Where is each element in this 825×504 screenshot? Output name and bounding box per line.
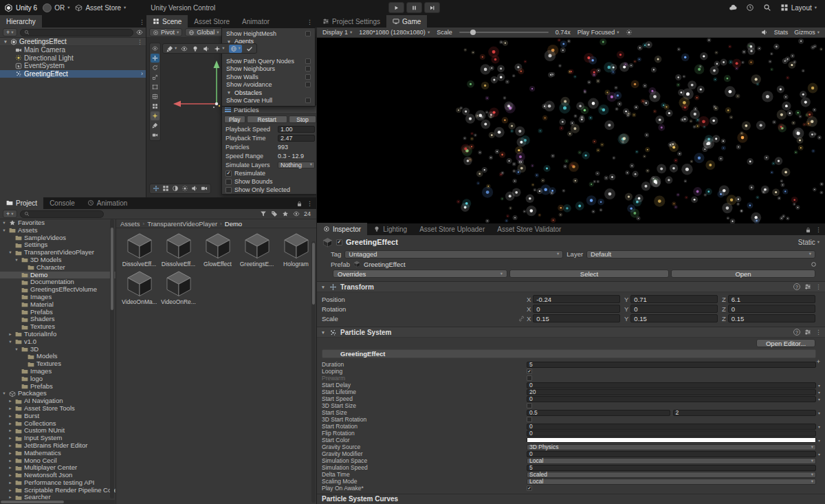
tree-item[interactable]: ►Asset Store Tools xyxy=(0,405,116,413)
property-dropdown[interactable]: 3D Physics▾ xyxy=(527,444,816,450)
foldout-arrow-icon[interactable]: ► xyxy=(8,442,13,450)
global-dropdown[interactable]: Global ▾ xyxy=(185,28,222,36)
menu-item[interactable]: Show Path Query Nodes xyxy=(222,57,315,65)
tab-animator[interactable]: Animator xyxy=(236,15,276,28)
particle-system-curves-header[interactable]: Particle System Curves xyxy=(317,494,825,503)
asset-item[interactable]: VideoOnMa... xyxy=(122,269,157,305)
axis-value-field[interactable]: 0.15 xyxy=(728,314,815,322)
property-value-field[interactable]: 0 xyxy=(527,396,816,402)
uniform-scale-link-icon[interactable] xyxy=(518,316,527,322)
mode-caret-icon[interactable]: ▾ xyxy=(816,452,822,457)
foldout-arrow-icon[interactable]: ► xyxy=(8,457,13,465)
menu-item-checkbox[interactable] xyxy=(305,31,311,36)
version-control-label[interactable]: Unity Version Control xyxy=(151,4,215,12)
overlay-toggle[interactable]: Show Bounds xyxy=(222,177,316,186)
presets-icon[interactable] xyxy=(804,283,811,290)
foldout-arrow-icon[interactable]: ▼ xyxy=(1,219,7,227)
hierarchy-item[interactable]: GreetingEffect› xyxy=(0,70,146,78)
tab-asset-store-uploader[interactable]: Asset Store Uploader xyxy=(413,223,491,235)
property-checkbox[interactable] xyxy=(527,417,532,422)
add-object-button[interactable]: +▾ xyxy=(3,28,17,36)
tab-animation[interactable]: Animation xyxy=(81,197,133,209)
apply-button[interactable] xyxy=(246,45,253,52)
history-icon[interactable] xyxy=(746,3,754,12)
tree-item[interactable]: Material xyxy=(0,301,116,309)
property-checkbox[interactable]: ✓ xyxy=(527,485,532,491)
tree-item[interactable]: Textures xyxy=(0,360,116,368)
cloud-icon[interactable] xyxy=(729,3,737,12)
select-button[interactable]: Select xyxy=(509,270,669,278)
foldout-arrow-icon[interactable]: ▼ xyxy=(8,249,13,256)
tree-item[interactable]: GreetingsEffectVolume xyxy=(0,286,116,294)
mode-caret-icon[interactable]: ▾ xyxy=(816,397,822,402)
asset-item[interactable]: GreetingsE... xyxy=(239,231,274,267)
menu-item[interactable]: ▼Obstacles xyxy=(222,89,315,97)
transform-tool-button[interactable] xyxy=(151,92,160,101)
account-menu[interactable]: OR ▾ xyxy=(43,3,69,12)
hidden-packages-eye-icon[interactable] xyxy=(293,210,300,217)
drag-handle-icon[interactable] xyxy=(225,107,231,112)
open-editor-button[interactable]: Open Editor... xyxy=(756,339,815,347)
presets-icon[interactable] xyxy=(804,329,811,336)
property-value-field[interactable]: 2 xyxy=(673,410,817,416)
breadcrumb-item[interactable]: Assets xyxy=(120,220,140,228)
view-tool-button[interactable] xyxy=(151,44,160,53)
breadcrumb-item[interactable]: Demo xyxy=(225,220,242,228)
draw-mode-button[interactable]: ▾ xyxy=(166,45,177,52)
tab-project[interactable]: Project xyxy=(0,197,43,209)
axis-value-field[interactable]: 0 xyxy=(533,305,620,313)
pan-tool-button[interactable] xyxy=(153,185,160,193)
foldout-arrow-icon[interactable]: ► xyxy=(8,464,13,472)
particles-restart-button[interactable]: Restart xyxy=(247,116,287,123)
hierarchy-search-input[interactable] xyxy=(20,29,133,36)
transform-component-header[interactable]: ▼ Transform ? ⋮ xyxy=(317,281,825,292)
particles-stop-button[interactable]: Stop xyxy=(289,116,316,123)
particle-edit-tool-button[interactable] xyxy=(151,111,160,120)
tag-dropdown[interactable]: Untagged▾ xyxy=(344,250,563,259)
tab-lighting[interactable]: Lighting xyxy=(367,223,413,235)
component-menu-icon[interactable]: ⋮ xyxy=(815,329,822,336)
project-panel-menu-icon[interactable]: ⋮ xyxy=(307,200,313,207)
mute-audio-icon[interactable] xyxy=(761,29,768,36)
lock-icon[interactable] xyxy=(805,227,811,233)
stats-button[interactable]: Stats xyxy=(774,29,789,36)
menu-item-checkbox[interactable] xyxy=(305,82,311,87)
property-dropdown[interactable]: Local▾ xyxy=(527,479,816,485)
property-value-field[interactable]: 0 xyxy=(527,451,816,457)
create-asset-button[interactable]: +▾ xyxy=(3,210,17,218)
mode-caret-icon[interactable]: ▾ xyxy=(816,410,822,415)
foldout-arrow-icon[interactable]: ▼ xyxy=(1,227,7,234)
scale-slider-knob[interactable] xyxy=(470,30,476,35)
particle-system-component-header[interactable]: ▼ Particle System ? ⋮ xyxy=(317,327,825,338)
component-menu-icon[interactable]: ⋮ xyxy=(815,283,822,290)
foldout-arrow-icon[interactable]: ▼ xyxy=(14,346,19,353)
tab-hierarchy[interactable]: Hierarchy xyxy=(0,15,42,28)
lighting-toggle-button[interactable] xyxy=(182,185,188,193)
mode-caret-icon[interactable]: ▾ xyxy=(816,383,822,388)
tree-item[interactable]: ▼Assets xyxy=(0,227,116,234)
foldout-arrow-icon[interactable]: ► xyxy=(8,405,13,413)
menu-item-checkbox[interactable] xyxy=(305,58,311,64)
saved-search-icon[interactable] xyxy=(282,210,289,217)
pivot-dropdown[interactable]: Pivot ▾ xyxy=(149,28,182,36)
content-scrollbar[interactable] xyxy=(311,241,316,503)
tab-project-settings[interactable]: Project Settings xyxy=(316,15,386,28)
rotate-tool-button[interactable] xyxy=(151,63,160,72)
tree-item[interactable]: ▼3D xyxy=(0,346,116,353)
tree-scrollbar[interactable] xyxy=(110,219,114,498)
breadcrumb-item[interactable]: TransparentVideoPlayer xyxy=(147,220,217,228)
audio-button[interactable] xyxy=(203,45,210,52)
asset-item[interactable]: Hologram xyxy=(278,231,314,267)
asset-item[interactable]: DissolveEff... xyxy=(122,231,157,267)
move-tool-button[interactable] xyxy=(151,54,160,63)
visibility-button[interactable] xyxy=(181,45,188,52)
foldout-arrow-icon[interactable]: ► xyxy=(8,397,13,405)
display-dropdown[interactable]: Display 1▾ xyxy=(322,29,352,36)
overlay-toggle[interactable]: Show Only Selected xyxy=(222,186,316,194)
tree-item[interactable]: Shaders xyxy=(0,316,116,323)
particle-module-header[interactable]: GreetingEffect xyxy=(322,349,816,358)
mode-caret-icon[interactable]: ▾ xyxy=(816,424,822,429)
static-dropdown[interactable]: Static ▾ xyxy=(798,239,820,246)
overlay-dropdown[interactable]: Nothing▾ xyxy=(278,162,315,168)
search-by-label-icon[interactable] xyxy=(271,210,278,217)
